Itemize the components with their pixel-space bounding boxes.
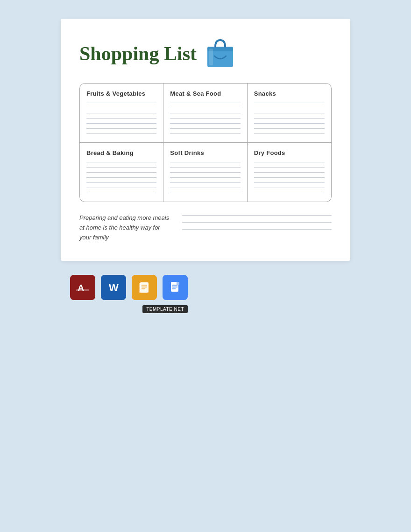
grid-bottom-row: Bread & Baking Soft Drinks <box>80 142 331 202</box>
line <box>86 193 156 193</box>
snacks-title: Snacks <box>254 90 325 97</box>
line <box>170 108 240 108</box>
line <box>170 193 240 193</box>
dry-foods-lines <box>254 162 325 193</box>
line <box>86 113 156 113</box>
line <box>170 167 240 168</box>
line <box>254 177 325 178</box>
line <box>86 123 156 124</box>
line <box>86 128 156 129</box>
meat-seafood-cell: Meat & Sea Food <box>163 84 247 142</box>
line <box>254 182 325 183</box>
line <box>170 177 240 178</box>
pages-button[interactable] <box>132 275 157 300</box>
line <box>170 172 240 173</box>
word-button[interactable]: W <box>101 275 126 300</box>
bread-baking-lines <box>86 162 156 193</box>
bread-baking-cell: Bread & Baking <box>80 143 163 202</box>
line <box>254 162 325 162</box>
word-icon: W <box>107 281 120 294</box>
line <box>254 113 325 113</box>
docs-icon <box>169 281 182 294</box>
footer-line <box>182 215 332 216</box>
line <box>254 167 325 168</box>
line <box>86 177 156 178</box>
line <box>254 118 325 119</box>
soft-drinks-lines <box>170 162 240 193</box>
line <box>254 188 325 188</box>
shopping-bag-icon <box>205 37 235 70</box>
line <box>86 118 156 119</box>
line <box>170 113 240 113</box>
line <box>170 118 240 119</box>
footer-line <box>182 222 332 223</box>
header: Shopping List <box>79 37 332 70</box>
meat-seafood-title: Meat & Sea Food <box>170 90 240 97</box>
format-toolbar: A W TEMPLATE.NET <box>70 275 188 300</box>
line <box>86 133 156 134</box>
snacks-cell: Snacks <box>248 84 331 142</box>
line <box>170 133 240 134</box>
svg-text:A: A <box>78 283 84 293</box>
line <box>86 162 156 162</box>
footer-section: Preparing and eating more meals at home … <box>79 213 332 242</box>
shopping-grid: Fruits & Vegetables Meat & Sea Food <box>79 83 332 202</box>
pdf-button[interactable]: A <box>70 275 95 300</box>
line <box>170 123 240 124</box>
bread-baking-title: Bread & Baking <box>86 149 156 156</box>
page-card: Shopping List Fruits & Vegetables <box>61 19 350 261</box>
meat-seafood-lines <box>170 103 240 134</box>
line <box>254 108 325 108</box>
line <box>86 167 156 168</box>
line <box>254 172 325 173</box>
line <box>170 188 240 188</box>
grid-top-row: Fruits & Vegetables Meat & Sea Food <box>80 84 331 142</box>
snacks-lines <box>254 103 325 134</box>
line <box>170 182 240 183</box>
line <box>254 133 325 134</box>
fruits-vegetables-cell: Fruits & Vegetables <box>80 84 163 142</box>
footer-line <box>182 229 332 230</box>
svg-text:W: W <box>109 282 119 294</box>
fruits-vegetables-title: Fruits & Vegetables <box>86 90 156 97</box>
svg-rect-10 <box>139 283 148 293</box>
line <box>86 182 156 183</box>
pages-icon <box>138 281 151 294</box>
pdf-icon: A <box>76 281 89 294</box>
line <box>170 103 240 103</box>
line <box>254 103 325 103</box>
footer-lines <box>182 213 332 230</box>
line <box>86 108 156 108</box>
line <box>254 128 325 129</box>
line <box>86 188 156 188</box>
line <box>86 172 156 173</box>
fruits-vegetables-lines <box>86 103 156 134</box>
line <box>254 123 325 124</box>
template-watermark: TEMPLATE.NET <box>142 305 188 313</box>
soft-drinks-cell: Soft Drinks <box>163 143 247 202</box>
line <box>170 162 240 162</box>
line <box>170 128 240 129</box>
dry-foods-title: Dry Foods <box>254 149 325 156</box>
soft-drinks-title: Soft Drinks <box>170 149 240 156</box>
docs-button[interactable] <box>163 275 188 300</box>
dry-foods-cell: Dry Foods <box>248 143 331 202</box>
svg-rect-2 <box>209 49 213 65</box>
line <box>86 103 156 103</box>
svg-rect-4 <box>76 289 89 291</box>
line <box>254 193 325 193</box>
footer-quote: Preparing and eating more meals at home … <box>79 213 173 242</box>
svg-rect-15 <box>177 282 179 285</box>
page-title: Shopping List <box>79 42 197 65</box>
